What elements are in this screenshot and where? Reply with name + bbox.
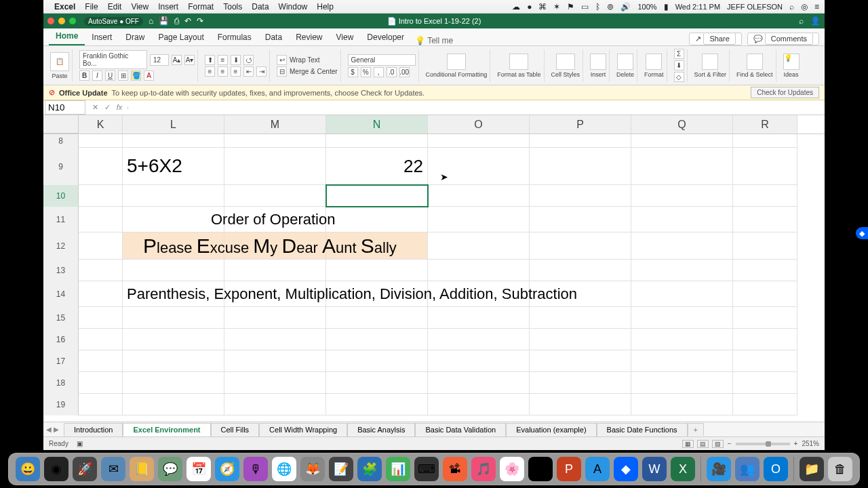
numbers-icon[interactable]: 📊 — [386, 457, 410, 481]
insert-button[interactable] — [590, 54, 606, 70]
number-format-select[interactable]: General — [348, 54, 416, 66]
calendar-icon[interactable]: 📅 — [186, 457, 211, 481]
comma-icon[interactable]: , — [374, 67, 384, 77]
cell-N8[interactable] — [326, 134, 428, 148]
cell-O13[interactable] — [428, 260, 530, 281]
merge-label[interactable]: Merge & Center — [290, 68, 338, 75]
tab-review[interactable]: Review — [289, 29, 329, 45]
cell-L18[interactable] — [123, 372, 224, 394]
menu-data[interactable]: Data — [252, 2, 269, 12]
row-header-16[interactable]: 16 — [43, 329, 79, 350]
zoom-out[interactable]: − — [728, 440, 732, 447]
col-header-L[interactable]: L — [123, 115, 224, 134]
user-name[interactable]: JEFF OLEFSON — [727, 3, 783, 11]
indent-dec-icon[interactable]: ⇤ — [243, 66, 254, 77]
cell-N15[interactable] — [326, 307, 428, 329]
cell-L17[interactable] — [123, 350, 224, 372]
check-updates-button[interactable]: Check for Updates — [751, 87, 819, 98]
cell-M9[interactable] — [224, 148, 326, 185]
cell-P10[interactable] — [530, 185, 631, 207]
view-page[interactable]: ▤ — [697, 440, 709, 448]
tell-me[interactable]: 💡 Tell me — [415, 36, 453, 45]
cell-Q16[interactable] — [631, 329, 733, 350]
appstore1-icon[interactable]: 🧩 — [357, 457, 382, 481]
cell-L8[interactable] — [123, 134, 224, 148]
close-button[interactable] — [47, 18, 54, 24]
cell-Q15[interactable] — [631, 307, 733, 329]
menu-insert[interactable]: Insert — [158, 2, 178, 12]
cloud-icon[interactable]: ☁ — [512, 2, 520, 12]
cell-P12[interactable] — [530, 232, 631, 260]
menu-format[interactable]: Format — [188, 2, 214, 12]
cell-K12[interactable] — [79, 232, 123, 260]
cell-P11[interactable] — [530, 207, 631, 232]
photos-icon[interactable]: 🌸 — [500, 457, 524, 481]
row-header-9[interactable]: 9 — [43, 148, 79, 185]
bt-icon[interactable]: ᛒ — [595, 2, 600, 12]
cell-K18[interactable] — [79, 372, 123, 394]
finder-icon[interactable]: 😀 — [16, 457, 40, 481]
cell-M10[interactable] — [224, 185, 326, 207]
font-color-button[interactable]: A — [144, 70, 154, 81]
podcast-icon[interactable]: 🎙 — [243, 457, 268, 481]
sheet-tab-5[interactable]: Basic Data Validation — [415, 423, 506, 436]
cell-P16[interactable] — [530, 329, 631, 350]
flag-icon[interactable]: ⚑ — [567, 2, 574, 12]
chrome-icon[interactable]: 🌐 — [272, 457, 296, 481]
sheet-tab-1[interactable]: Excel Environment — [123, 423, 210, 436]
fx-icon[interactable]: fx — [114, 103, 125, 112]
percent-icon[interactable]: % — [361, 67, 371, 77]
cell-L14[interactable]: Parenthesis, Exponent, Multiplication, D… — [123, 281, 224, 307]
col-header-Q[interactable]: Q — [631, 115, 733, 134]
tab-nav-right[interactable]: ▶ — [54, 426, 59, 433]
cell-K17[interactable] — [79, 350, 123, 372]
cell-R8[interactable] — [733, 134, 797, 148]
cell-M18[interactable] — [224, 372, 326, 394]
ideas-button[interactable]: 💡 — [783, 54, 800, 70]
fill-color-button[interactable]: 🪣 — [131, 70, 141, 81]
tab-view[interactable]: View — [330, 29, 361, 45]
cell-M8[interactable] — [224, 134, 326, 148]
dropbox-badge[interactable]: ◆ — [856, 227, 868, 239]
cell-P17[interactable] — [530, 350, 631, 372]
cond-fmt-button[interactable] — [447, 54, 466, 70]
contacts-icon[interactable]: 📒 — [130, 457, 154, 481]
cell-R9[interactable] — [733, 148, 797, 185]
underline-button[interactable]: U — [105, 70, 115, 81]
launchpad-icon[interactable]: 🚀 — [73, 457, 97, 481]
sheet-tab-0[interactable]: Introduction — [64, 423, 123, 436]
currency-icon[interactable]: $ — [348, 67, 358, 77]
tab-draw[interactable]: Draw — [119, 29, 151, 45]
delete-button[interactable] — [617, 54, 633, 70]
fill-icon[interactable]: ⬇ — [674, 60, 684, 70]
cell-R12[interactable] — [733, 232, 797, 260]
row-header-10[interactable]: 10 — [43, 185, 79, 207]
search-icon[interactable]: ⌕ — [789, 2, 794, 12]
siri-dock-icon[interactable]: ◉ — [44, 457, 68, 481]
align-mid-icon[interactable]: ≡ — [218, 55, 228, 65]
cell-L10[interactable] — [123, 185, 224, 207]
safari-icon[interactable]: 🧭 — [215, 457, 239, 481]
col-header-R[interactable]: R — [733, 115, 797, 134]
cell-Q10[interactable] — [631, 185, 733, 207]
cell-R10[interactable] — [733, 185, 797, 207]
sheet-tab-6[interactable]: Evaluation (example) — [506, 423, 596, 436]
title-search-icon[interactable]: ⌕ — [799, 16, 804, 26]
sheet-tab-3[interactable]: Cell Width Wrapping — [259, 423, 347, 436]
cell-K14[interactable] — [79, 281, 123, 307]
cell-Q19[interactable] — [631, 394, 733, 415]
sort-filter-button[interactable] — [702, 54, 718, 70]
dropbox-icon[interactable]: ◆ — [614, 457, 638, 481]
dec-dec-icon[interactable]: .00 — [399, 67, 410, 77]
autosum-icon[interactable]: Σ — [674, 49, 684, 59]
cell-L16[interactable] — [123, 329, 224, 350]
fmt-table-button[interactable] — [509, 54, 528, 70]
cell-L15[interactable] — [123, 307, 224, 329]
grow-font-icon[interactable]: A▴ — [172, 55, 182, 65]
cell-N17[interactable] — [326, 350, 428, 372]
cell-N16[interactable] — [326, 329, 428, 350]
cell-R17[interactable] — [733, 350, 797, 372]
clear-icon[interactable]: ◇ — [674, 72, 684, 82]
keynote-icon[interactable]: 📽 — [443, 457, 467, 481]
menu-view[interactable]: View — [131, 2, 149, 12]
